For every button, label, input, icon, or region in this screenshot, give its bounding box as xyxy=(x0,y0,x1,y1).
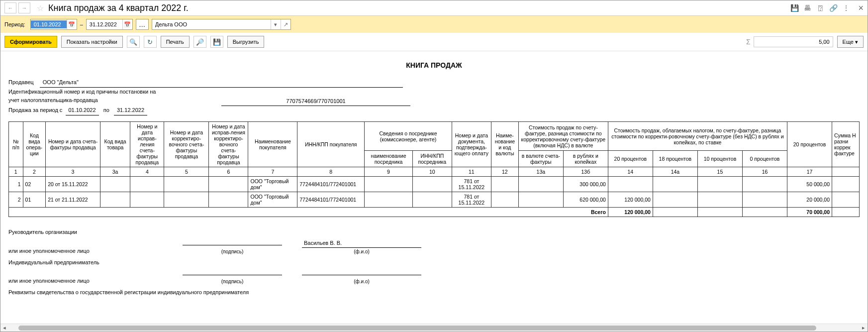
find-icon[interactable]: 🔍 xyxy=(127,36,140,48)
print-preview-icon[interactable]: 🔎 xyxy=(193,36,206,48)
sale-period-prefix: Продажа за период с xyxy=(8,106,62,115)
col-3a: Код вида товара xyxy=(100,121,130,167)
sale-to: 31.12.2022 xyxy=(114,106,147,115)
organization-select[interactable]: ▾ ↗ xyxy=(152,19,291,30)
more-icon[interactable]: ⋮ xyxy=(841,3,851,13)
signatures-block: Руководитель организации или иное уполно… xyxy=(8,228,860,297)
totals-row: Всего 120 000,00 70 000,00 xyxy=(9,207,860,217)
col-13a: в валюте счета-фактуры xyxy=(518,151,563,167)
seller-label: Продавец xyxy=(8,78,34,87)
period-label: Период: xyxy=(4,21,25,27)
report-title: КНИГА ПРОДАЖ xyxy=(8,61,860,69)
scroll-left-icon[interactable]: ◂ xyxy=(0,325,8,331)
col-4: Номер и дата исправ-ления счета-фактуры … xyxy=(130,121,164,167)
head-label-1: Руководитель организации xyxy=(8,228,860,236)
titlebar: ← → ☆ Книга продаж за 4 квартал 2022 г. … xyxy=(0,0,868,16)
more-button[interactable]: Еще ▾ xyxy=(837,36,864,48)
window-title: Книга продаж за 4 квартал 2022 г. xyxy=(48,3,789,13)
refresh-icon[interactable]: ↻ xyxy=(144,36,157,48)
seller-name: ООО "Дельта" xyxy=(40,78,403,88)
period-ellipsis-button[interactable]: … xyxy=(136,19,149,30)
col-10: ИНН/КПП посредника xyxy=(412,151,452,167)
date-from-input[interactable] xyxy=(31,20,67,28)
form-button[interactable]: Сформировать xyxy=(4,36,57,48)
print-icon[interactable]: 🖶 xyxy=(802,3,812,13)
sum-input[interactable] xyxy=(754,36,833,47)
col-13g: Стоимость продаж по счету-фактуре, разни… xyxy=(518,121,608,150)
ip-label-1: Индивидуальный предприниматель xyxy=(8,258,860,267)
preview-icon[interactable]: ⍰ xyxy=(815,3,825,13)
export-button[interactable]: Выгрузить xyxy=(227,36,265,48)
col-16: 0 процентов xyxy=(742,151,787,167)
sale-from: 01.10.2022 xyxy=(66,106,99,115)
sales-table: № п/п Код вида опера-ции Номер и дата сч… xyxy=(8,121,860,217)
sum-field: Σ xyxy=(746,36,833,47)
sigma-icon: Σ xyxy=(746,38,751,46)
org-dropdown-icon[interactable]: ▾ xyxy=(271,19,281,29)
col-1: № п/п xyxy=(9,121,23,167)
favorite-button[interactable]: ☆ xyxy=(34,2,46,13)
col-9: наименование посредника xyxy=(365,151,413,167)
ip-label-2: или иное уполномоченное лицо xyxy=(8,277,163,285)
col-18g: Сумма Н разни коррек фактуре xyxy=(832,121,860,167)
table-row[interactable]: 1 02 20 от 15.11.2022 ООО "Торговый дом"… xyxy=(9,176,860,192)
link-icon[interactable]: 🔗 xyxy=(828,3,838,13)
org-open-icon[interactable]: ↗ xyxy=(281,19,290,29)
back-button[interactable]: ← xyxy=(4,2,16,13)
col-17: 20 процентов xyxy=(787,121,832,167)
report-header: Продавец ООО "Дельта" Идентификационный … xyxy=(8,78,860,115)
calendar-from-icon[interactable]: 📅 xyxy=(67,19,77,29)
scroll-right-icon[interactable]: ▸ xyxy=(860,325,868,331)
date-to-input[interactable] xyxy=(87,20,122,28)
inn-label: Идентификационный номер и код причины по… xyxy=(8,88,163,105)
save-disk-icon[interactable]: 💾 xyxy=(210,36,223,48)
col-13b: в рублях и копейках xyxy=(563,151,608,167)
sign-sub: (подпись) xyxy=(183,248,282,255)
date-to-field[interactable]: 📅 xyxy=(86,19,133,30)
head-fio: Васильев В. В. xyxy=(302,239,421,248)
col-15: 10 процентов xyxy=(697,151,742,167)
col-14: 20 процентов xyxy=(608,151,653,167)
col-2: Код вида опера-ции xyxy=(23,121,46,167)
inn-value: 7707574669/770701001 xyxy=(221,97,410,107)
col-7: Наименование покупателя xyxy=(248,121,297,167)
col-12: Наиме-нование и код валюты xyxy=(491,121,518,167)
print-button[interactable]: Печать xyxy=(161,36,190,48)
report-area[interactable]: КНИГА ПРОДАЖ Продавец ООО "Дельта" Идент… xyxy=(0,51,868,324)
toolbar: Сформировать Показать настройки 🔍 ↻ Печа… xyxy=(0,33,868,51)
head-label-2: или иное уполномоченное лицо xyxy=(8,247,163,255)
show-settings-button[interactable]: Показать настройки xyxy=(61,36,123,48)
col-14g: Стоимость продаж, облагаемых налогом, по… xyxy=(608,121,787,150)
col-5: Номер и дата корректиро-вочного счета-фа… xyxy=(164,121,209,167)
save-icon[interactable]: 💾 xyxy=(789,3,799,13)
close-button[interactable]: × xyxy=(858,3,864,13)
sale-period-mid: по xyxy=(103,106,109,115)
horizontal-scrollbar[interactable]: ◂ ▸ xyxy=(0,324,868,332)
forward-button[interactable]: → xyxy=(18,2,30,13)
col-3: Номер и дата счета-фактуры продавца xyxy=(46,121,100,167)
fio-sub: (ф.и.о) xyxy=(302,248,421,255)
col-14a: 18 процентов xyxy=(653,151,697,167)
calendar-to-icon[interactable]: 📅 xyxy=(122,19,132,29)
col-6: Номер и дата исправ-ления корректиро-воч… xyxy=(209,121,248,167)
period-bar: Период: 📅 – 📅 … ▾ ↗ xyxy=(0,16,868,33)
col-11: Номер и дата документа, подтвержда-ющего… xyxy=(452,121,491,167)
period-dash: – xyxy=(80,21,83,27)
organization-input[interactable] xyxy=(152,19,271,29)
date-from-field[interactable]: 📅 xyxy=(30,19,77,30)
cert-label: Реквизиты свидетельства о государственно… xyxy=(8,288,860,297)
scroll-thumb[interactable] xyxy=(18,326,816,331)
col-9g: Сведения о посреднике (комиссионере, аге… xyxy=(365,121,452,150)
table-row[interactable]: 2 01 21 от 21.11.2022 ООО "Торговый дом"… xyxy=(9,192,860,207)
col-8: ИНН/КПП покупателя xyxy=(297,121,365,167)
